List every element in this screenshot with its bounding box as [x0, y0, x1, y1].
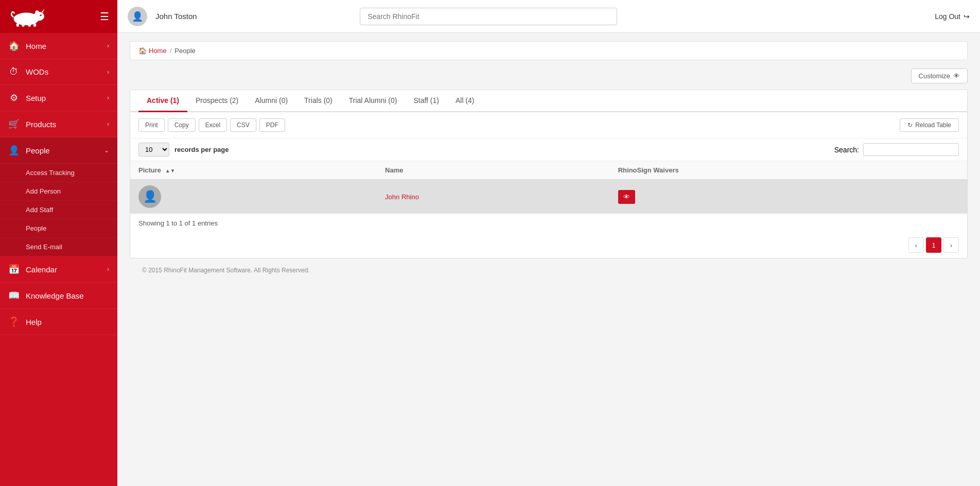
- tab-trial-alumni[interactable]: Trial Alumni (0): [341, 90, 406, 112]
- sidebar-item-people[interactable]: 👤 People ⌄: [0, 137, 117, 164]
- csv-button[interactable]: CSV: [230, 118, 256, 132]
- tab-alumni[interactable]: Alumni (0): [247, 90, 296, 112]
- submenu-item-add-staff[interactable]: Add Staff: [0, 201, 117, 219]
- sidebar-item-wods[interactable]: ⏱ WODs ›: [0, 59, 117, 85]
- people-table: Picture ▲▼ Name RhinoSign Waivers: [130, 161, 967, 214]
- toolbar-top: Customize 👁: [130, 68, 968, 83]
- table-toolbar: Print Copy Excel CSV PDF ↻ Reload Table: [130, 112, 967, 138]
- logout-button[interactable]: Log Out ↪: [935, 12, 970, 21]
- svg-point-7: [36, 10, 39, 15]
- records-per-page: 10 25 50 100 records per page: [138, 143, 229, 157]
- cell-picture: 👤: [130, 180, 377, 214]
- main-content: 👤 John Toston Log Out ↪ 🏠 Home / People …: [117, 0, 980, 486]
- sidebar-item-products[interactable]: 🛒 Products ›: [0, 111, 117, 137]
- col-picture-label: Picture: [138, 166, 161, 174]
- pagination-page-1[interactable]: 1: [926, 237, 941, 253]
- excel-button[interactable]: Excel: [199, 118, 227, 132]
- table-search-input[interactable]: [863, 143, 959, 156]
- topbar: 👤 John Toston Log Out ↪: [117, 0, 980, 33]
- products-icon: 🛒: [8, 118, 20, 130]
- user-name: John Toston: [155, 12, 197, 21]
- calendar-icon: 📅: [8, 264, 20, 275]
- sidebar-item-knowledge-base[interactable]: 📖 Knowledge Base: [0, 283, 117, 309]
- svg-marker-2: [42, 9, 44, 13]
- sort-icon: ▲▼: [165, 168, 176, 173]
- wods-icon: ⏱: [8, 66, 20, 77]
- pagination: ‹ 1 ›: [130, 232, 967, 258]
- hamburger-menu[interactable]: ☰: [100, 10, 109, 23]
- sidebar-item-home[interactable]: 🏠 Home ›: [0, 33, 117, 59]
- breadcrumb-separator: /: [170, 47, 172, 55]
- eye-icon: 👁: [953, 72, 960, 80]
- people-card: Active (1) Prospects (2) Alumni (0) Tria…: [130, 90, 968, 258]
- pagination-next[interactable]: ›: [943, 237, 959, 253]
- records-per-page-select[interactable]: 10 25 50 100: [138, 143, 169, 157]
- table-header: Picture ▲▼ Name RhinoSign Waivers: [130, 161, 967, 180]
- chevron-right-icon: ›: [107, 266, 109, 273]
- sidebar-item-calendar[interactable]: 📅 Calendar ›: [0, 256, 117, 283]
- records-search-row: 10 25 50 100 records per page Search:: [130, 138, 967, 161]
- customize-button[interactable]: Customize 👁: [911, 68, 968, 83]
- tab-staff[interactable]: Staff (1): [405, 90, 447, 112]
- records-label: records per page: [174, 146, 229, 153]
- view-waiver-button[interactable]: 👁: [618, 190, 635, 204]
- user-avatar: 👤: [128, 7, 147, 26]
- knowledge-icon: 📖: [8, 290, 20, 301]
- submenu-item-people[interactable]: People: [0, 219, 117, 238]
- export-buttons: Print Copy Excel CSV PDF: [138, 118, 285, 132]
- tab-trials[interactable]: Trials (0): [296, 90, 341, 112]
- submenu-item-access-tracking[interactable]: Access Tracking: [0, 164, 117, 182]
- submenu-item-add-person[interactable]: Add Person: [0, 182, 117, 201]
- home-icon: 🏠: [8, 40, 20, 51]
- sidebar-header: ☰: [0, 0, 117, 33]
- sidebar-item-setup[interactable]: ⚙ Setup ›: [0, 85, 117, 111]
- print-button[interactable]: Print: [138, 118, 165, 132]
- sidebar-label-wods: WODs: [26, 67, 48, 76]
- sidebar-item-help[interactable]: ❓ Help: [0, 309, 117, 335]
- pagination-prev[interactable]: ‹: [908, 237, 924, 253]
- showing-entries: Showing 1 to 1 of 1 entries: [130, 214, 967, 232]
- tab-all[interactable]: All (4): [447, 90, 483, 112]
- sidebar-label-people: People: [26, 146, 50, 155]
- people-submenu: Access Tracking Add Person Add Staff Peo…: [0, 164, 117, 256]
- table-row: 👤 John Rhino 👁: [130, 180, 967, 214]
- logout-label: Log Out: [935, 12, 960, 21]
- search-input[interactable]: [360, 8, 617, 25]
- person-name-link[interactable]: John Rhino: [385, 193, 419, 201]
- table-search: Search:: [834, 143, 959, 156]
- svg-rect-5: [28, 24, 31, 27]
- col-name: Name: [377, 161, 610, 180]
- chevron-right-icon: ›: [107, 94, 109, 101]
- chevron-down-icon: ⌄: [104, 147, 109, 154]
- cell-rhinosign: 👁: [610, 180, 967, 214]
- svg-rect-3: [16, 24, 19, 27]
- submenu-item-send-email[interactable]: Send E-mail: [0, 238, 117, 256]
- tab-active[interactable]: Active (1): [138, 90, 187, 112]
- tab-prospects[interactable]: Prospects (2): [187, 90, 247, 112]
- logout-icon: ↪: [964, 12, 970, 21]
- col-name-label: Name: [385, 166, 403, 174]
- breadcrumb-home-link[interactable]: 🏠 Home: [138, 47, 167, 55]
- tabs-row: Active (1) Prospects (2) Alumni (0) Tria…: [130, 90, 967, 112]
- help-icon: ❓: [8, 316, 20, 327]
- table-body: 👤 John Rhino 👁: [130, 180, 967, 214]
- breadcrumb: 🏠 Home / People: [130, 41, 968, 60]
- breadcrumb-current: People: [174, 47, 195, 55]
- reload-table-button[interactable]: ↻ Reload Table: [900, 118, 959, 132]
- col-rhinosign-label: RhinoSign Waivers: [618, 166, 679, 174]
- footer: © 2015 RhinoFit Management Software. All…: [130, 258, 968, 282]
- chevron-right-icon: ›: [107, 42, 109, 49]
- sidebar-label-home: Home: [26, 42, 46, 50]
- cell-name: John Rhino: [377, 180, 610, 214]
- search-label: Search:: [834, 146, 859, 154]
- svg-point-1: [33, 12, 44, 21]
- sidebar-label-products: Products: [26, 120, 56, 129]
- copy-button[interactable]: Copy: [168, 118, 196, 132]
- breadcrumb-home-label: Home: [149, 47, 167, 55]
- customize-label: Customize: [919, 72, 950, 80]
- home-breadcrumb-icon: 🏠: [138, 47, 147, 55]
- reload-icon: ↻: [907, 121, 913, 129]
- pdf-button[interactable]: PDF: [259, 118, 285, 132]
- col-picture[interactable]: Picture ▲▼: [130, 161, 377, 180]
- reload-label: Reload Table: [915, 121, 951, 129]
